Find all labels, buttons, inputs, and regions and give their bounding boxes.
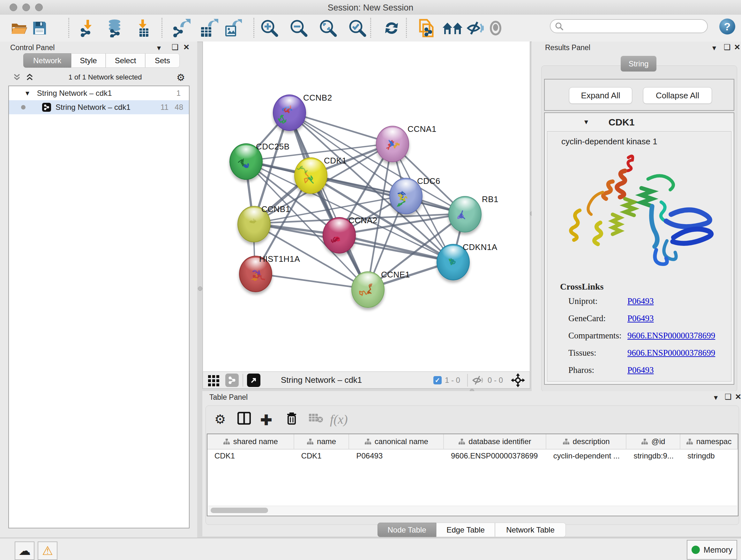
cell-name[interactable]: CDK1 — [294, 451, 349, 460]
show-columns-icon[interactable] — [238, 412, 251, 425]
tab-network-table[interactable]: Network Table — [495, 523, 566, 537]
delete-column-icon[interactable] — [286, 412, 297, 425]
search-input[interactable] — [550, 19, 708, 33]
tab-select[interactable]: Select — [106, 53, 145, 68]
zoom-selected-icon[interactable] — [347, 19, 367, 37]
string-view-icon[interactable] — [225, 374, 239, 387]
scrollbar-thumb[interactable] — [211, 508, 268, 513]
crosslink-value-link[interactable]: 9606.ENSP00000378699 — [627, 331, 715, 341]
export-table-icon[interactable] — [198, 19, 219, 37]
node-CCNA1[interactable] — [376, 126, 409, 162]
left-splitter-handle[interactable] — [198, 287, 202, 291]
crosslink-value-link[interactable]: P06493 — [627, 296, 654, 306]
cell-description[interactable]: cyclin-dependent ... — [546, 451, 627, 460]
zoom-fit-icon[interactable] — [318, 19, 338, 37]
expand-all-button[interactable]: Expand All — [569, 87, 632, 104]
column-label: name — [317, 437, 336, 446]
network-label: String Network – cdk1 — [56, 103, 131, 112]
birdseye-grid-icon[interactable] — [207, 374, 220, 387]
node-CCNB2[interactable] — [273, 95, 306, 131]
table-row[interactable]: CDK1CDK1P064939606.ENSP00000378699cyclin… — [207, 449, 738, 462]
column-header-namespac[interactable]: namespac — [680, 434, 738, 449]
column-header--id[interactable]: @id — [626, 434, 680, 449]
cell-database-identifier[interactable]: 9606.ENSP00000378699 — [444, 451, 546, 460]
import-database-icon[interactable] — [104, 19, 126, 37]
tab-string[interactable]: String — [621, 56, 657, 71]
panel-float-icon[interactable]: ❑ — [725, 393, 732, 401]
warning-icon[interactable]: ⚠ — [38, 542, 57, 560]
panel-close-icon[interactable]: ✕ — [734, 44, 740, 51]
function-builder-icon[interactable]: f(x) — [330, 412, 348, 427]
tab-node-table[interactable]: Node Table — [378, 523, 436, 537]
protein-header-row[interactable]: ▼ CDK1 — [545, 113, 734, 131]
save-session-icon[interactable] — [30, 19, 49, 37]
cell-canonical-name[interactable]: P06493 — [349, 451, 444, 460]
network-collection-row[interactable]: ▼ String Network – cdk1 1 — [9, 86, 189, 100]
panel-menu-icon[interactable]: ▾ — [712, 44, 716, 52]
table-gear-icon[interactable]: ⚙ — [214, 412, 226, 427]
cloud-icon[interactable]: ☁ — [15, 542, 35, 560]
collapse-triangle-icon[interactable]: ▼ — [583, 118, 590, 126]
column-header-description[interactable]: description — [546, 434, 627, 449]
memory-button[interactable]: Memory — [687, 540, 737, 560]
node-gloss — [357, 273, 379, 287]
fit-crosshair-icon[interactable] — [511, 373, 525, 388]
panel-close-icon[interactable]: ✕ — [183, 44, 190, 51]
collapse-triangle-icon[interactable]: ▼ — [24, 90, 30, 97]
search-icon — [555, 22, 563, 30]
export-network-icon[interactable] — [171, 19, 192, 37]
import-network-icon[interactable] — [77, 19, 97, 37]
cell--id[interactable]: stringdb:9... — [626, 451, 680, 460]
column-header-database-identifier[interactable]: database identifier — [444, 434, 546, 449]
export-image-icon[interactable] — [222, 19, 243, 37]
crosslink-label: Compartments: — [568, 331, 621, 341]
detach-view-icon[interactable] — [247, 374, 260, 387]
panel-menu-icon[interactable]: ▾ — [157, 44, 161, 52]
panel-menu-icon[interactable]: ▾ — [714, 394, 718, 401]
delete-table-icon[interactable] — [308, 412, 323, 423]
zoom-in-icon[interactable] — [259, 19, 279, 37]
panel-close-icon[interactable]: ✕ — [735, 393, 741, 401]
node-gloss — [300, 159, 322, 173]
expand-all-icon[interactable] — [25, 73, 34, 81]
selected-checkbox-icon[interactable]: ✓ — [433, 376, 442, 384]
collapse-all-button[interactable]: Collapse All — [643, 87, 712, 104]
panel-float-icon[interactable]: ❑ — [724, 44, 731, 51]
column-header-shared-name[interactable]: shared name — [207, 434, 294, 449]
network-row[interactable]: String Network – cdk1 11 48 — [9, 100, 189, 114]
main-toolbar: ? — [0, 15, 741, 42]
node-table[interactable]: shared namenamecanonical namedatabase id… — [207, 434, 738, 516]
hide-selected-icon[interactable] — [466, 19, 484, 37]
tab-sets[interactable]: Sets — [145, 53, 180, 68]
zoom-out-icon[interactable] — [289, 19, 309, 37]
help-icon[interactable]: ? — [719, 18, 735, 35]
crosslink-value-link[interactable]: P06493 — [627, 314, 654, 323]
tab-style[interactable]: Style — [71, 53, 106, 68]
column-header-name[interactable]: name — [294, 434, 349, 449]
panel-float-icon[interactable]: ❑ — [172, 44, 179, 51]
home-icon[interactable] — [441, 19, 464, 37]
window-title: Session: New Session — [0, 3, 741, 13]
copy-networks-icon[interactable] — [417, 19, 438, 37]
import-table-icon[interactable] — [132, 19, 153, 37]
node-CCNE1[interactable] — [351, 271, 385, 308]
table-h-scrollbar[interactable] — [208, 506, 737, 515]
add-column-icon[interactable]: ✚ — [260, 412, 272, 428]
cell-shared-name[interactable]: CDK1 — [207, 451, 294, 460]
crosslink-value-link[interactable]: P06493 — [627, 365, 654, 375]
refresh-icon[interactable] — [382, 19, 401, 37]
show-all-icon[interactable] — [486, 19, 505, 37]
column-type-icon — [686, 438, 693, 445]
tab-edge-table[interactable]: Edge Table — [436, 523, 495, 537]
options-gear-icon[interactable]: ⚙ — [177, 72, 185, 83]
tab-network[interactable]: Network — [23, 53, 71, 68]
node-RB1[interactable] — [448, 196, 482, 233]
crosslink-value-link[interactable]: 9606.ENSP00000378699 — [627, 348, 715, 358]
hidden-eye-icon[interactable] — [472, 375, 484, 386]
cell-namespac[interactable]: stringdb — [680, 451, 738, 460]
node-CDK1[interactable] — [294, 158, 327, 194]
column-header-canonical-name[interactable]: canonical name — [349, 434, 444, 449]
collapse-all-icon[interactable] — [13, 73, 21, 81]
network-canvas[interactable]: CCNB2CCNA1CDC25BCDK1CDC6RB1CCNB1CCNA2CDK… — [202, 42, 530, 371]
open-session-icon[interactable] — [10, 19, 28, 37]
